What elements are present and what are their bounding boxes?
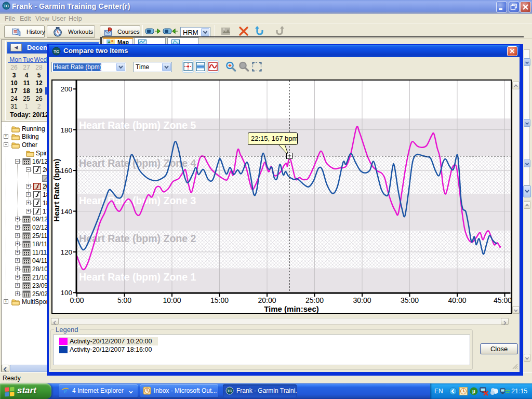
svg-text:TC: TC [4,4,9,8]
svg-text:Heart Rate (bpm) Zone 1: Heart Rate (bpm) Zone 1 [79,271,196,283]
svg-text:120: 120 [60,248,72,256]
svg-text:Heart Rate (bpm) Zone 5: Heart Rate (bpm) Zone 5 [79,119,196,131]
svg-text:40:00: 40:00 [448,296,466,304]
svg-text:20:00: 20:00 [258,296,276,304]
svg-text:35:00: 35:00 [401,296,419,304]
svg-text:Time (min:sec): Time (min:sec) [264,304,319,313]
svg-text:25:00: 25:00 [305,296,324,304]
svg-text:TC: TC [227,389,232,393]
svg-text:45:00: 45:00 [494,296,512,304]
svg-text:15:00: 15:00 [210,296,229,304]
svg-text:200: 200 [60,85,72,93]
svg-text:22:15, 167 bpm: 22:15, 167 bpm [251,135,298,142]
svg-text:180: 180 [60,126,72,134]
svg-text:TC: TC [54,49,59,54]
svg-text:30:00: 30:00 [353,296,371,304]
svg-text:5:00: 5:00 [117,296,131,304]
svg-text:Heart Rate (bpm) Zone 3: Heart Rate (bpm) Zone 3 [79,195,196,206]
svg-text:µ: µ [472,389,475,394]
svg-text:140: 140 [60,208,72,216]
svg-text:Heart Rate (bpm): Heart Rate (bpm) [52,159,61,222]
svg-text:e: e [64,387,68,395]
svg-text:0:00: 0:00 [70,296,84,304]
svg-text:160: 160 [60,167,72,175]
svg-text:10:00: 10:00 [163,296,181,304]
